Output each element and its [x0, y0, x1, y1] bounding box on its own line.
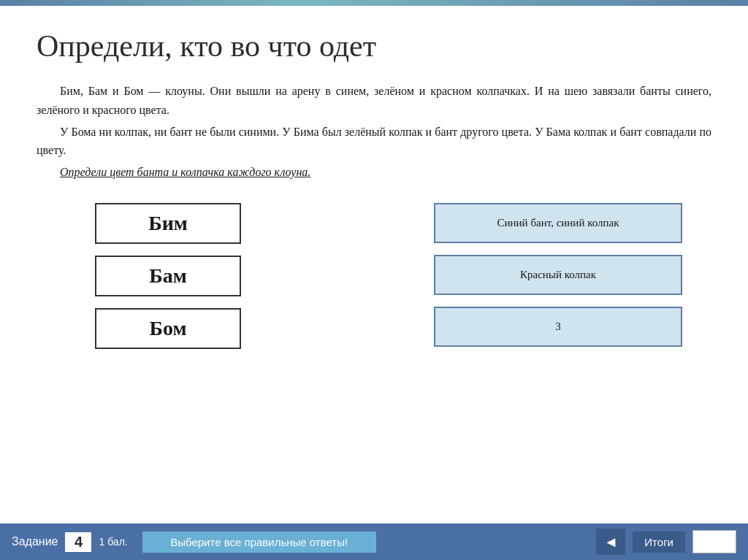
answers-column: Синий бант, синий колпак Красный колпак … — [434, 203, 682, 349]
paragraph1: Бим, Бам и Бом — клоуны. Они вышли на ар… — [37, 82, 711, 119]
blank-box — [692, 530, 736, 553]
bottom-bar: Задание 4 1 бал. Выберите все правильные… — [0, 523, 748, 560]
itogi-button[interactable]: Итоги — [633, 532, 685, 553]
page-title: Определи, кто во что одет — [37, 28, 711, 64]
clown-bam[interactable]: Бам — [95, 256, 241, 296]
answer-box-2[interactable]: Красный колпак — [434, 255, 682, 295]
clowns-column: Бим Бам Бом — [95, 203, 241, 349]
bal-label: 1 бал. — [99, 536, 127, 548]
answer-box-1[interactable]: Синий бант, синий колпак — [434, 203, 682, 243]
paragraph2: У Бома ни колпак, ни бант не были синими… — [37, 123, 711, 160]
zadanie-label: Задание — [12, 535, 58, 548]
answer-box-3[interactable]: 3 — [434, 307, 682, 347]
task-italic: Определи цвет банта и колпачка каждого к… — [60, 166, 310, 178]
clown-bim[interactable]: Бим — [95, 203, 241, 244]
zadanie-number: 4 — [65, 532, 91, 552]
top-decorative-bar — [0, 0, 748, 6]
problem-text: Бим, Бам и Бом — клоуны. Они вышли на ар… — [37, 82, 711, 181]
clown-bom[interactable]: Бом — [95, 308, 241, 349]
instruction-button[interactable]: Выберите все правильные ответы! — [142, 532, 376, 553]
main-content: Определи, кто во что одет Бим, Бам и Бом… — [0, 6, 748, 523]
matching-area: Бим Бам Бом Синий бант, синий колпак Кра… — [37, 203, 711, 349]
back-button[interactable]: ◄ — [596, 529, 625, 555]
